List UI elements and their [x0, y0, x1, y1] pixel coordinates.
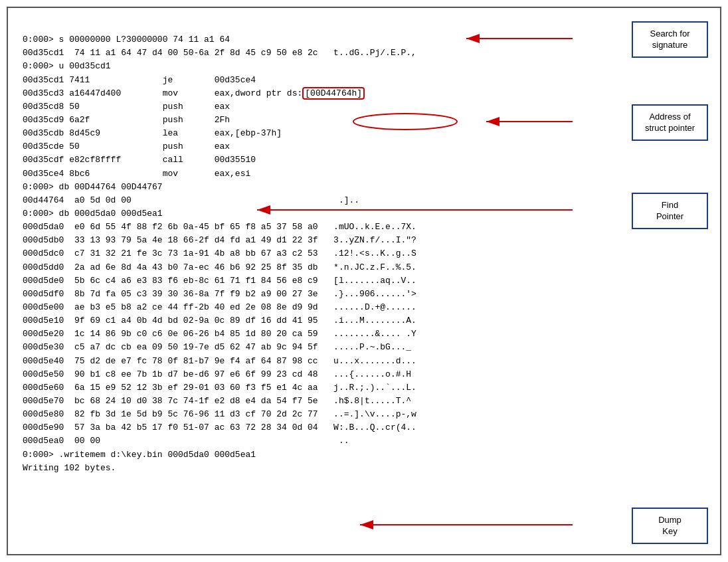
code-line-17: 000d5dc0 c7 31 32 21 fe 3c 73 1a-91 4b a… — [23, 248, 416, 258]
code-line-15: 000d5da0 e0 6d 55 4f 88 f2 6b 0a-45 bf 6… — [23, 222, 416, 232]
code-line-33: Writing 102 bytes. — [23, 463, 116, 473]
code-line-7: 00d35cd9 6a2f push 2Fh — [23, 115, 230, 125]
code-line-20: 000d5df0 8b 7d fa 05 c3 39 30 36-8a 7f f… — [23, 289, 416, 299]
code-line-10: 00d35cdf e82cf8ffff call 00d35510 — [23, 155, 256, 165]
search-for-signature-annotation: Search for signature — [632, 21, 708, 58]
code-line-30: 000d5e90 57 3a ba 42 b5 17 f0 51-07 ac 6… — [23, 422, 416, 432]
code-line-9: 00d35cde 50 push eax — [23, 141, 230, 151]
code-line-25: 000d5e40 75 d2 de e7 fc 78 0f 81-b7 9e f… — [23, 356, 416, 366]
code-line-24: 000d5e30 c5 a7 dc cb ea 09 50 19-7e d5 6… — [23, 342, 411, 352]
code-line-27: 000d5e60 6a 15 e9 52 12 3b ef 29-01 03 6… — [23, 383, 416, 393]
code-line-12: 0:000> db 00D44764 00D44767 — [23, 182, 163, 192]
code-line-26: 000d5e50 90 b1 c8 ee 7b 1b d7 be-d6 97 e… — [23, 369, 411, 379]
find-pointer-annotation: Find Pointer — [632, 193, 708, 229]
code-line-32: 0:000> .writemem d:\key.bin 000d5da0 000… — [23, 450, 261, 460]
code-line-23: 000d5e20 1c 14 86 9b c0 c6 0e 06-26 b4 8… — [23, 329, 416, 339]
code-line-19: 000d5de0 5b 6c c4 a6 e3 83 f6 eb-8c 61 7… — [23, 276, 416, 286]
code-line-1: 0:000> s 00000000 L?30000000 74 11 a1 64 — [23, 35, 235, 45]
code-line-2: 00d35cd1 74 11 a1 64 47 d4 00 50-6a 2f 8… — [23, 48, 416, 58]
code-line-28: 000d5e70 bc 68 24 10 d0 38 7c 74-1f e2 d… — [23, 396, 411, 406]
code-line-11: 00d35ce4 8bc6 mov eax,esi — [23, 169, 250, 179]
code-line-5: 00d35cd3 a16447d400 mov eax,dword ptr ds… — [23, 87, 365, 100]
code-line-13: 00d44764 a0 5d 0d 00 .].. — [23, 195, 365, 205]
code-line-22: 000d5e10 9f 69 c1 a4 0b 4d bd 02-9a 0c 8… — [23, 316, 416, 326]
code-line-6: 00d35cd8 50 push eax — [23, 102, 230, 112]
code-line-29: 000d5e80 82 fb 3d 1e 5d b9 5c 76-96 11 d… — [23, 409, 416, 419]
code-display: 0:000> s 00000000 L?30000000 74 11 a1 64… — [13, 13, 715, 549]
code-line-21: 000d5e00 ae b3 e5 b8 a2 ce 44 ff-2b 40 e… — [23, 302, 416, 312]
code-line-14: 0:000> db 000d5da0 000d5ea1 — [23, 209, 163, 219]
code-line-4: 00d35cd1 7411 je 00d35ce4 — [23, 75, 256, 85]
code-line-8: 00d35cdb 8d45c9 lea eax,[ebp-37h] — [23, 128, 282, 138]
code-line-31: 000d5ea0 00 00 .. — [23, 436, 349, 446]
code-line-18: 000d5dd0 2a ad 6e 8d 4a 43 b0 7a-ec 46 b… — [23, 262, 416, 272]
address-struct-pointer-annotation: Address of struct pointer — [632, 104, 708, 141]
code-line-16: 000d5db0 33 13 93 79 5a 4e 18 66-2f d4 f… — [23, 235, 416, 245]
dump-key-annotation: Dump Key — [632, 508, 708, 544]
code-line-3: 0:000> u 00d35cd1 — [23, 61, 111, 71]
